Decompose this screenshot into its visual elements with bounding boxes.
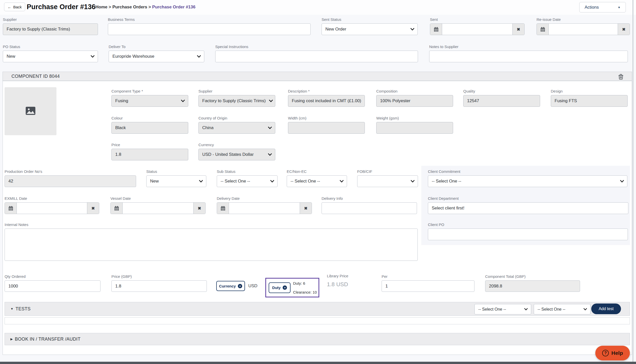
per-input[interactable]: 1 xyxy=(382,280,474,292)
sent-date-input[interactable] xyxy=(442,24,512,35)
component-currency-field: Currency USD - United States Dollar xyxy=(198,143,275,160)
breadcrumb-parent[interactable]: Purchase Orders xyxy=(112,5,147,9)
client-po-input[interactable] xyxy=(428,229,628,240)
chevron-down-icon xyxy=(340,180,344,183)
duty-button[interactable]: Duty + xyxy=(269,282,291,293)
qty-ordered-field: Qty Ordered 1000 xyxy=(5,274,100,292)
test-type-select[interactable]: -- Select One -- xyxy=(474,304,531,314)
width-cm-label: Width (cm) xyxy=(288,116,365,120)
client-department-label: Client Department xyxy=(428,196,628,201)
component-currency-select: USD - United States Dollar xyxy=(198,149,275,160)
actions-button[interactable]: Actions ▼ xyxy=(579,2,626,12)
special-instructions-input[interactable] xyxy=(215,51,418,62)
test-option-select[interactable]: -- Select One -- xyxy=(534,304,590,314)
help-button[interactable]: ? Help xyxy=(595,346,630,360)
purchase-order-page: ← Back Purchase Order #136 Home > Purcha… xyxy=(0,0,636,364)
po-status-select[interactable]: New xyxy=(3,51,98,62)
special-instructions-field: Special Instructions xyxy=(215,44,418,62)
chevron-down-icon xyxy=(197,55,201,58)
sent-status-select[interactable]: New Order xyxy=(322,23,418,35)
status-label: Status xyxy=(146,169,206,174)
deliver-to-select[interactable]: Europride Warehouse xyxy=(109,51,204,62)
actions-button-label: Actions xyxy=(585,5,599,10)
component-supplier-label: Supplier xyxy=(198,89,275,93)
delete-component-icon[interactable] xyxy=(618,73,624,80)
sub-status-select[interactable]: -- Select One -- xyxy=(217,175,278,187)
back-button[interactable]: ← Back xyxy=(4,3,25,11)
width-cm-input xyxy=(288,122,365,134)
internal-notes-textarea[interactable] xyxy=(5,229,418,261)
country-of-origin-label: Country of Origin xyxy=(198,116,275,120)
component-total-label: Component Total (GBP) xyxy=(485,274,580,279)
calendar-icon[interactable] xyxy=(217,203,229,214)
supplier-label: Supplier xyxy=(3,17,98,22)
clear-date-icon[interactable]: ✖ xyxy=(618,24,630,35)
exmill-date-input[interactable] xyxy=(17,203,87,214)
breadcrumb-home[interactable]: Home xyxy=(95,5,107,9)
chevron-down-icon xyxy=(270,180,274,183)
chevron-down-icon xyxy=(268,153,272,156)
internal-notes-field: Internal Notes xyxy=(5,222,418,261)
question-icon: ? xyxy=(602,350,609,356)
calendar-icon[interactable] xyxy=(430,24,442,35)
calendar-icon[interactable] xyxy=(111,203,123,214)
qty-ordered-input[interactable]: 1000 xyxy=(5,280,100,292)
scrollbar[interactable] xyxy=(632,0,633,364)
component-image-placeholder[interactable] xyxy=(5,87,56,135)
supplier-field: Supplier Factory to Supply (Classic Trim… xyxy=(3,17,98,35)
duty-values: Duty: 6 Clearance: 10 xyxy=(293,281,317,294)
calendar-icon[interactable] xyxy=(537,24,549,35)
po-status-field: PO Status New xyxy=(3,44,98,62)
po-status-label: PO Status xyxy=(3,44,98,49)
sent-status-field: Sent Status New Order xyxy=(322,17,418,35)
delivery-date-label: Delivery Date xyxy=(217,196,312,201)
exmill-datepicker: ✖ xyxy=(5,202,99,214)
ec-non-ec-select[interactable]: -- Select One -- xyxy=(287,175,347,187)
delivery-info-field: Delivery Info xyxy=(322,196,417,214)
page-title: Purchase Order #136 xyxy=(27,3,95,11)
exmill-date-label: EXMILL Date xyxy=(5,196,99,201)
notes-to-supplier-input[interactable] xyxy=(429,51,628,62)
component-header-title: COMPONENT ID 8044 xyxy=(11,74,60,79)
add-test-button[interactable]: Add test xyxy=(591,304,621,314)
vessel-date-input[interactable] xyxy=(123,203,193,214)
chevron-down-icon xyxy=(268,127,272,129)
clear-date-icon[interactable]: ✖ xyxy=(87,203,99,214)
exmill-date-field: EXMILL Date ✖ xyxy=(5,196,99,214)
component-currency-label: Currency xyxy=(198,143,275,147)
business-terms-input[interactable] xyxy=(108,23,311,35)
book-in-section-header[interactable]: ▶ BOOK IN / TRANSFER /AUDIT xyxy=(5,333,630,345)
duty-button-label: Duty xyxy=(272,285,281,290)
price-gbp-input[interactable]: 1.8 xyxy=(111,280,207,292)
currency-button-label: Currency xyxy=(219,284,236,288)
client-department-input[interactable]: Select client first! xyxy=(428,202,628,214)
clear-date-icon[interactable]: ✖ xyxy=(300,203,312,214)
country-of-origin-field: Country of Origin China xyxy=(198,116,275,134)
currency-button[interactable]: Currency + xyxy=(216,281,245,291)
client-commitment-select[interactable]: -- Select One -- xyxy=(428,175,627,187)
special-instructions-label: Special Instructions xyxy=(215,44,418,49)
breadcrumb: Home > Purchase Orders > Purchase Order … xyxy=(95,5,195,10)
vessel-datepicker: ✖ xyxy=(110,202,206,214)
calendar-icon[interactable] xyxy=(5,203,17,214)
clear-date-icon[interactable]: ✖ xyxy=(512,24,524,35)
chevron-down-icon xyxy=(583,308,587,310)
clear-date-icon[interactable]: ✖ xyxy=(193,203,205,214)
sent-field: Sent ✖ xyxy=(430,17,525,35)
delivery-date-input[interactable] xyxy=(229,203,300,214)
business-terms-label: Business Terms xyxy=(108,17,311,22)
chevron-down-icon xyxy=(269,100,273,102)
client-commitment-label: Client Commitment xyxy=(428,169,627,174)
chevron-down-icon xyxy=(181,100,185,102)
reissue-date-input[interactable] xyxy=(549,24,618,35)
fob-cif-field: FOB/CIF xyxy=(357,169,418,187)
width-cm-field: Width (cm) xyxy=(288,116,365,134)
delivery-info-input[interactable] xyxy=(322,202,417,214)
colour-label: Colour xyxy=(111,116,188,120)
fob-cif-select[interactable] xyxy=(357,175,418,187)
status-select[interactable]: New xyxy=(146,175,206,187)
back-arrow-icon: ← xyxy=(8,5,11,9)
production-order-nos-field: Production Order No's 42 xyxy=(5,169,136,187)
component-supplier-field: Supplier Factory to Supply (Classic Trim… xyxy=(198,89,275,107)
bottom-bar xyxy=(0,362,636,364)
